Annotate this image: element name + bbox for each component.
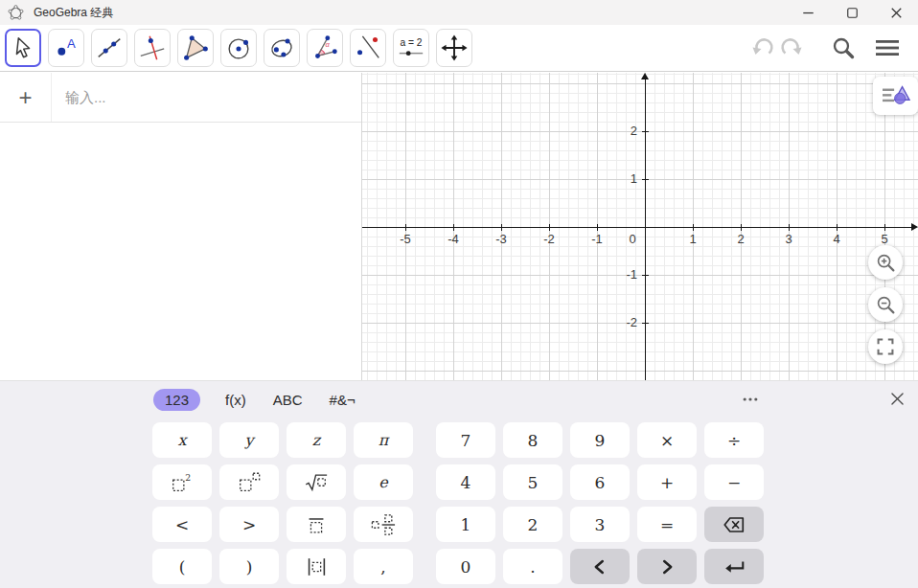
minimize-button[interactable] [786, 0, 830, 25]
polygon-tool-button[interactable] [177, 29, 214, 67]
sqrt-template-icon [304, 470, 329, 495]
point-tool-button[interactable]: A [48, 29, 84, 67]
keyboard-tab-123[interactable]: 123 [153, 389, 200, 411]
key-sqrt-template[interactable] [287, 464, 346, 500]
key-y[interactable]: y [219, 422, 279, 458]
key-e[interactable]: e [354, 464, 413, 500]
key-power-template[interactable] [219, 464, 279, 500]
svg-text:a = 2: a = 2 [400, 37, 422, 48]
x-tick-label: -3 [495, 232, 507, 246]
close-button[interactable] [874, 0, 918, 25]
key->[interactable]: > [219, 507, 279, 542]
abs-template-icon [304, 554, 329, 579]
zoom-in-button[interactable] [868, 245, 903, 280]
x-tick-label: -5 [400, 232, 411, 246]
key-z[interactable]: z [287, 422, 346, 458]
keyboard-row: 2e456+− [152, 464, 771, 500]
redo-button[interactable] [778, 34, 805, 61]
add-input-button[interactable]: + [0, 73, 52, 122]
y-tick-label: 1 [631, 171, 637, 186]
zoom-in-icon [873, 250, 898, 275]
x-tick-label: 1 [689, 232, 696, 246]
polygon-icon [181, 34, 210, 62]
x-tick-label: 5 [881, 232, 887, 246]
perpendicular-line-tool-button[interactable] [134, 29, 171, 67]
ellipse-tool-button[interactable] [264, 29, 300, 67]
key-abs-template[interactable] [287, 549, 346, 584]
key-3[interactable]: 3 [570, 507, 630, 542]
search-button[interactable] [830, 34, 857, 61]
key-)[interactable]: ) [219, 549, 279, 584]
y-tick-mark [642, 323, 649, 324]
key-fraction-template[interactable] [287, 507, 346, 542]
algebra-input[interactable] [52, 73, 361, 122]
geogebra-window: GeoGebra 经典 Aαa = 2 + -5-4-3-2-11234521-… [0, 0, 918, 588]
key-÷[interactable]: ÷ [704, 422, 764, 458]
key-enter[interactable] [704, 549, 764, 584]
move-tool-button[interactable] [5, 29, 41, 67]
key-4[interactable]: 4 [436, 464, 495, 500]
key-9[interactable]: 9 [570, 422, 630, 458]
keyboard-row: <>123= [152, 507, 771, 542]
zoom-out-button[interactable] [868, 287, 903, 322]
key-arrow-right[interactable] [637, 549, 697, 584]
angle-icon: α [310, 34, 339, 62]
keyboard-close-button[interactable] [886, 388, 907, 409]
key-π[interactable]: π [354, 422, 413, 458]
key-1[interactable]: 1 [436, 507, 495, 542]
slider-tool-button[interactable]: a = 2 [393, 29, 429, 67]
key-2[interactable]: 2 [503, 507, 562, 542]
key-−[interactable]: − [704, 464, 764, 500]
keyboard-tab-#&¬[interactable]: #&¬ [328, 390, 357, 410]
key-x[interactable]: x [152, 422, 212, 458]
key-,[interactable]: , [354, 549, 413, 584]
key-8[interactable]: 8 [503, 422, 562, 458]
move-graphics-view-icon [440, 34, 469, 62]
move-graphics-view-tool-button[interactable] [436, 29, 472, 67]
key-×[interactable]: × [637, 422, 697, 458]
origin-label: 0 [629, 232, 635, 246]
maximize-button[interactable] [830, 0, 874, 25]
keypad-block-gap [421, 422, 436, 458]
reflect-about-line-tool-button[interactable] [350, 29, 386, 67]
circle-with-center-tool-button[interactable] [220, 29, 257, 67]
x-tick-mark [693, 224, 694, 231]
menu-icon [874, 34, 901, 61]
x-tick-label: -2 [543, 232, 555, 246]
fullscreen-button[interactable] [868, 329, 903, 364]
key-.[interactable]: . [503, 549, 562, 584]
graphics-view[interactable]: -5-4-3-2-11234521-1-20 [362, 73, 918, 380]
key-=[interactable]: = [637, 507, 697, 542]
key-7[interactable]: 7 [436, 422, 495, 458]
x-axis [362, 227, 914, 228]
arrow-right-icon [654, 554, 679, 579]
key-([interactable]: ( [152, 549, 212, 584]
keyboard-tab-ABC[interactable]: ABC [271, 390, 305, 410]
keypad-block-gap [421, 464, 436, 500]
key-mixed-number-template[interactable] [354, 507, 413, 542]
y-axis [645, 78, 646, 380]
key-+[interactable]: + [637, 464, 697, 500]
key-6[interactable]: 6 [570, 464, 630, 500]
keyboard-more-button[interactable] [740, 390, 761, 409]
point-icon: A [52, 34, 80, 62]
svg-text:α: α [325, 40, 330, 49]
virtual-keyboard: 123f(x)ABC#&¬ xyzπ789×÷2e456+−<>123=(),0… [0, 380, 918, 588]
key-backspace[interactable] [704, 507, 764, 542]
line-tool-button[interactable] [91, 29, 127, 67]
x-axis-arrow-icon [911, 223, 918, 231]
key-5[interactable]: 5 [503, 464, 562, 500]
window-controls [786, 0, 918, 25]
graphics-style-menu-button[interactable] [873, 77, 918, 115]
toolbar-right-actions [749, 25, 901, 71]
key-<[interactable]: < [152, 507, 212, 542]
undo-button[interactable] [749, 34, 776, 61]
mixed-number-template-icon [371, 512, 396, 537]
key-arrow-left[interactable] [570, 549, 630, 584]
menu-button[interactable] [874, 34, 901, 61]
angle-tool-button[interactable]: α [307, 29, 343, 67]
key-0[interactable]: 0 [436, 549, 495, 584]
ellipse-icon [267, 34, 296, 62]
keyboard-tab-f(x)[interactable]: f(x) [223, 390, 248, 410]
key-square-template[interactable]: 2 [152, 464, 212, 500]
